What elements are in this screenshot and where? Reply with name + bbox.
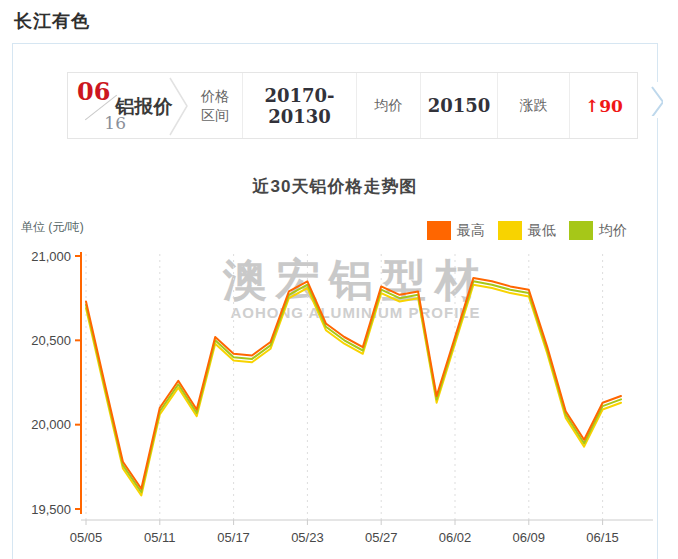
legend-label: 均价 (599, 222, 627, 240)
page: 长江有色 06 16 铝报价 价格 区间 20170-20130 (0, 0, 678, 559)
y-axis-tick-label: 19,500 (31, 502, 71, 517)
chart-title: 近30天铝价格走势图 (13, 175, 657, 198)
legend-swatch-icon (498, 221, 522, 240)
axis-unit-label: 单位 (元/吨) (21, 219, 84, 236)
quote-avg-value: 20150 (420, 73, 497, 138)
content-panel: 06 16 铝报价 价格 区间 20170-20130 均价 20150 (12, 43, 658, 559)
series-line-最低 (86, 285, 621, 496)
legend-label: 最高 (457, 222, 485, 240)
y-axis-tick-label: 21,000 (31, 249, 71, 264)
carousel-next-button[interactable] (647, 82, 665, 118)
series-line-均价 (86, 281, 621, 492)
x-axis-tick-label: 05/27 (365, 530, 398, 545)
quote-range-value: 20170-20130 (242, 73, 356, 138)
quote-avg-label: 均价 (356, 73, 420, 138)
legend-item[interactable]: 均价 (569, 221, 627, 240)
aluminum-quote-bar[interactable]: 06 16 铝报价 价格 区间 20170-20130 均价 20150 (67, 72, 638, 139)
quote-month: 06 (77, 77, 110, 106)
legend-swatch-icon (427, 221, 451, 240)
x-axis-tick-label: 06/09 (513, 530, 546, 545)
page-title: 长江有色 (14, 9, 90, 33)
x-axis-tick-label: 05/23 (291, 530, 324, 545)
price-up-indicator: ↑90 (585, 96, 623, 116)
x-axis-tick-label: 05/11 (144, 530, 176, 545)
x-axis-tick-label: 05/17 (217, 530, 250, 545)
y-axis-tick-label: 20,500 (31, 333, 71, 348)
series-line-最高 (86, 278, 621, 489)
quote-change-value: ↑90 (569, 73, 638, 138)
legend-swatch-icon (569, 221, 593, 240)
price-trend-chart: 05/0505/1105/1705/2305/2706/0206/0906/15… (13, 206, 659, 559)
legend-item[interactable]: 最高 (427, 221, 485, 240)
x-axis-tick-label: 06/02 (439, 530, 472, 545)
quote-change-label: 涨跌 (497, 73, 569, 138)
up-arrow-icon: ↑ (585, 96, 599, 116)
quote-range-label: 价格 区间 (188, 73, 242, 138)
quote-product-name: 铝报价 (115, 73, 173, 140)
x-axis-tick-label: 05/05 (70, 530, 103, 545)
x-axis-tick-label: 06/15 (586, 530, 619, 545)
legend-label: 最低 (528, 222, 556, 240)
legend-item[interactable]: 最低 (498, 221, 556, 240)
chart-legend: 最高最低均价 (427, 221, 640, 240)
y-axis-tick-label: 20,000 (31, 417, 71, 432)
